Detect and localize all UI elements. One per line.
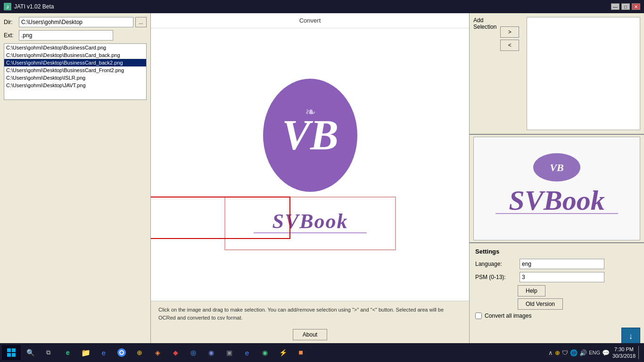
language-row: Language: [475,259,638,269]
ruby-icon: ◆ [173,349,178,356]
search-icon: 🔍 [26,349,34,356]
file-item[interactable]: C:\Users\gohmi\Desktop\JAVT.png [4,82,146,89]
svg-text:J: J [6,5,8,9]
about-btn-row: About [151,326,469,343]
file-item[interactable]: C:\Users\gohmi\Desktop\BusinessCard_back… [4,51,146,59]
tray-security[interactable]: 🛡 [562,349,568,356]
add-label: Add Selection [473,17,496,30]
tray-action-center[interactable]: 💬 [602,349,610,356]
preview-svg: VB SVBook [477,153,637,224]
taskbar-norton[interactable]: ⊕ [131,345,148,360]
browse-button[interactable]: ... [135,17,147,27]
tray-network[interactable]: 🌐 [570,349,578,356]
taskbar-app3[interactable]: ▣ [221,345,238,360]
svbook-text: SVBook [224,197,396,250]
right-preview-area: VB SVBook [473,137,640,240]
image-area[interactable]: VB ❧ SVBook [151,28,469,301]
file-item-selected[interactable]: C:\Users\gohmi\Desktop\BusinessCard_back… [4,59,146,66]
windows-icon [7,348,16,357]
svg-rect-11 [12,348,16,352]
right-top: Add Selection > < [470,13,644,134]
tray-lang[interactable]: ENG [589,350,600,355]
ie2-icon: e [245,349,249,357]
clock-date: 30/3/2018 [612,353,636,359]
center-panel: Convert VB ❧ SVBook [151,13,470,343]
taskbar-filezilla[interactable]: ⚡ [274,345,291,360]
preview-logo: VB SVBook [477,153,637,224]
convert-all-checkbox[interactable] [475,313,482,319]
color-icon: ■ [298,348,303,357]
svg-text:VB: VB [550,162,563,173]
add-selection-area: Add Selection [473,17,496,32]
psm-label: PSM (0-13): [475,274,518,280]
ext-row: Ext: [4,30,147,41]
left-panel: Dir: ... Ext: C:\Users\gohmi\Desktop\Bus… [0,13,151,343]
download-button[interactable]: ↓ [621,328,640,345]
ie-icon: e [102,349,106,357]
ext-input[interactable] [19,30,113,41]
tray-expand-icon[interactable]: ∧ [548,349,553,356]
norton-icon: ⊕ [137,349,142,356]
dir-input[interactable] [19,17,133,27]
svg-point-17 [120,351,123,354]
selection-preview-box [527,17,640,130]
file-item[interactable]: C:\Users\gohmi\Desktop\BusinessCard_Fron… [4,66,146,74]
task-view-icon: ⧉ [46,349,50,356]
taskbar-folder[interactable]: 📁 [77,345,94,360]
vb-logo-svg: VB ❧ [272,88,348,182]
settings-title: Settings [475,248,638,255]
remove-selection-button[interactable]: < [500,40,519,51]
taskbar-apps: e 📁 e ⊕ ◈ ◆ ◎ ◉ [59,345,309,360]
window-controls: — □ ✕ [611,3,640,10]
language-label: Language: [475,261,518,267]
app-icon: J [4,3,11,10]
start-button[interactable] [2,345,21,360]
taskbar-discord[interactable]: ◉ [203,345,220,360]
convert-header: Convert [151,13,469,28]
file-item[interactable]: C:\Users\gohmi\Desktop\ISLR.png [4,74,146,82]
app-body: Dir: ... Ext: C:\Users\gohmi\Desktop\Bus… [0,13,644,343]
svbook-svg: SVBook [239,202,381,240]
about-button[interactable]: About [293,329,327,340]
taskbar-search[interactable]: 🔍 [22,345,39,360]
app4-icon: ◉ [262,349,268,356]
chrome-icon [117,348,126,357]
minimize-button[interactable]: — [611,3,619,10]
help-button[interactable]: Help [518,285,545,296]
clock-time: 7:30 PM [612,346,636,353]
taskbar-app2[interactable]: ◎ [185,345,202,360]
taskbar-edge[interactable]: e [59,345,76,360]
svg-text:SVBook: SVBook [272,210,348,233]
svg-rect-13 [12,353,16,357]
taskbar-color[interactable]: ■ [292,345,309,360]
taskbar: 🔍 ⧉ e 📁 e ⊕ ◈ ◆ [0,343,644,362]
old-version-button[interactable]: Old Version [518,298,563,310]
taskbar-ie[interactable]: e [95,345,112,360]
taskbar-ie2[interactable]: e [239,345,256,360]
taskbar-task-view[interactable]: ⧉ [40,345,57,360]
language-input[interactable] [520,259,604,269]
dir-label: Dir: [4,19,17,25]
taskbar-app4[interactable]: ◉ [256,345,273,360]
taskbar-app1[interactable]: ◈ [149,345,166,360]
tray-norton[interactable]: ⊕ [555,349,560,356]
title-bar-left: J JATI v1.02 Beta [4,3,54,10]
file-item[interactable]: C:\Users\gohmi\Desktop\BusinessCard.png [4,44,146,51]
close-button[interactable]: ✕ [632,3,640,10]
show-desktop-button[interactable] [638,346,640,359]
taskbar-ruby[interactable]: ◆ [167,345,184,360]
settings-section: Settings Language: PSM (0-13): Help Old … [470,243,644,324]
folder-icon: 📁 [81,348,91,357]
psm-input[interactable] [520,272,604,282]
svg-text:e: e [66,349,70,356]
app3-icon: ▣ [226,349,232,356]
maximize-button[interactable]: □ [621,3,630,10]
tray-speaker[interactable]: 🔊 [579,349,587,356]
svg-text:❧: ❧ [305,105,315,119]
svbook-container: SVBook [224,197,396,250]
taskbar-chrome[interactable] [113,345,130,360]
file-list[interactable]: C:\Users\gohmi\Desktop\BusinessCard.png … [4,43,147,100]
arrow-buttons: > < [500,26,519,51]
add-selection-button[interactable]: > [500,26,519,38]
taskbar-clock[interactable]: 7:30 PM 30/3/2018 [612,346,636,360]
